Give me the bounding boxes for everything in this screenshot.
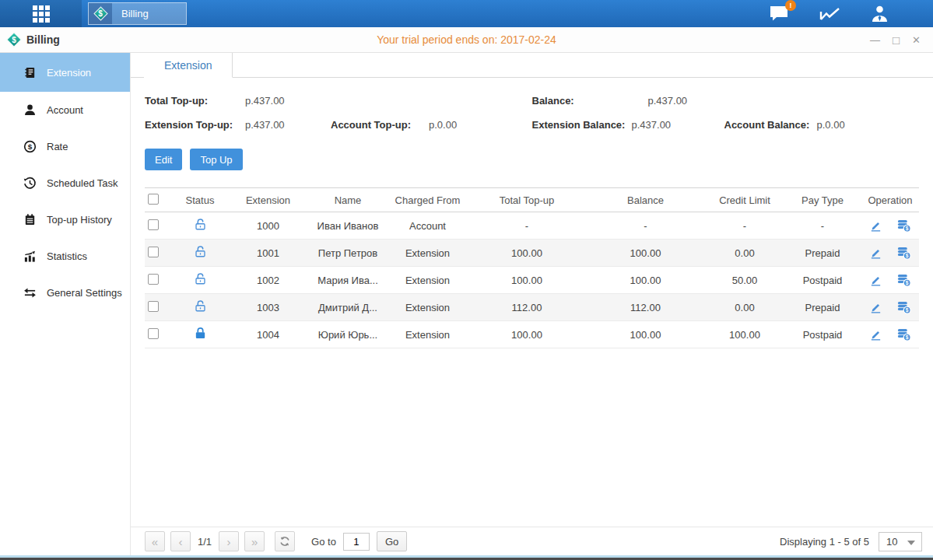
row-checkbox[interactable]	[148, 274, 159, 285]
cell-total-topup: 112.00	[468, 294, 585, 321]
cell-balance: 100.00	[585, 267, 706, 294]
cell-charged-from: Extension	[387, 240, 468, 267]
cell-credit-limit: 50.00	[706, 267, 784, 294]
cell-balance: 100.00	[585, 321, 706, 348]
cell-extension: 1004	[227, 321, 309, 348]
top-up-button[interactable]: Top Up	[190, 149, 242, 170]
sidebar-item-label: Rate	[47, 141, 68, 152]
scheduled-task-icon	[23, 177, 37, 190]
first-page-button[interactable]: «	[145, 531, 165, 551]
sidebar-item-label: Top-up History	[47, 214, 112, 226]
cell-credit-limit: 100.00	[706, 321, 784, 348]
pagination-bar: « ‹ 1/1 › » Go to Go Displaying 1 - 5 of…	[131, 527, 933, 555]
refresh-icon	[279, 536, 290, 547]
col-balance: Balance	[585, 188, 706, 212]
table-row: 1004 Юрий Юрь... Extension 100.00 100.00…	[145, 321, 919, 348]
top-up-coins-icon: $	[896, 327, 911, 341]
next-page-button[interactable]: ›	[219, 531, 239, 551]
col-name: Name	[309, 188, 387, 212]
sidebar-item-label: Statistics	[47, 250, 87, 262]
cell-extension: 1002	[227, 267, 309, 294]
edit-button[interactable]: Edit	[145, 149, 182, 170]
cell-pay-type: Postpaid	[784, 321, 861, 348]
window-title: Billing	[26, 33, 60, 46]
prev-page-button[interactable]: ‹	[170, 531, 191, 551]
sidebar-item-general-settings[interactable]: General Settings	[0, 275, 130, 311]
taskbar-item-label: Billing	[112, 8, 186, 19]
page-indicator: 1/1	[198, 536, 212, 548]
minimize-button[interactable]: —	[870, 35, 880, 45]
edit-row-button[interactable]	[869, 274, 882, 287]
balance-value: p.437.00	[648, 95, 688, 107]
close-button[interactable]: ✕	[912, 35, 921, 45]
row-checkbox[interactable]	[148, 247, 159, 257]
edit-row-button[interactable]	[869, 328, 882, 341]
sidebar-item-label: Account	[47, 104, 83, 116]
total-topup-label: Total Top-up:	[145, 95, 245, 107]
cell-name: Петр Петров	[309, 240, 387, 267]
account-topup-value: p.0.00	[429, 119, 457, 131]
goto-page-input[interactable]	[343, 533, 370, 551]
cell-charged-from: Extension	[387, 294, 468, 321]
cell-credit-limit: 0.00	[706, 294, 784, 321]
chevron-down-icon	[907, 541, 915, 545]
select-all-checkbox[interactable]	[148, 194, 159, 205]
svg-text:$: $	[28, 142, 33, 151]
line-chart-icon	[819, 5, 840, 23]
user-menu-button[interactable]	[870, 5, 889, 23]
sidebar-item-scheduled-task[interactable]: Scheduled Task	[0, 165, 130, 201]
top-up-row-button[interactable]: $	[896, 300, 911, 314]
page-size-select[interactable]: 10	[879, 532, 922, 551]
messages-button[interactable]: !	[769, 5, 790, 23]
last-page-button[interactable]: »	[244, 531, 265, 551]
cell-name: Иван Иванов	[309, 212, 387, 240]
sidebar-item-account[interactable]: Account	[0, 92, 130, 128]
statistics-icon	[23, 250, 37, 263]
edit-icon	[869, 274, 882, 287]
balance-label: Balance:	[532, 95, 648, 107]
edit-row-button[interactable]	[869, 219, 882, 233]
edit-row-button[interactable]	[869, 301, 882, 314]
cell-charged-from: Extension	[387, 321, 468, 348]
unlocked-icon	[194, 245, 207, 258]
top-up-row-button[interactable]: $	[896, 246, 911, 260]
reports-button[interactable]	[819, 5, 840, 23]
general-settings-icon	[23, 286, 37, 299]
top-up-row-button[interactable]: $	[896, 273, 911, 287]
cell-extension: 1001	[227, 240, 309, 267]
col-credit-limit: Credit Limit	[706, 188, 784, 212]
top-up-coins-icon: $	[896, 219, 911, 233]
sidebar-item-label: Scheduled Task	[47, 177, 118, 189]
cell-extension: 1000	[227, 212, 309, 240]
locked-icon	[194, 327, 207, 340]
refresh-button[interactable]	[275, 531, 295, 551]
col-extension: Extension	[227, 188, 309, 212]
sidebar-item-rate[interactable]: $ Rate	[0, 128, 130, 165]
svg-text:$: $	[906, 307, 909, 313]
sidebar-item-extension[interactable]: Extension	[0, 53, 130, 92]
tab-extension[interactable]: Extension	[144, 53, 233, 78]
svg-text:$: $	[906, 253, 909, 259]
taskbar-item-billing[interactable]: $ Billing	[88, 2, 187, 25]
row-checkbox[interactable]	[148, 301, 159, 312]
total-topup-value: p.437.00	[245, 95, 285, 107]
unlocked-icon	[194, 272, 207, 285]
edit-icon	[869, 301, 882, 314]
app-launcher-button[interactable]	[0, 0, 82, 27]
row-checkbox[interactable]	[148, 328, 159, 339]
row-checkbox[interactable]	[148, 219, 159, 230]
go-button[interactable]: Go	[377, 531, 407, 551]
edit-row-button[interactable]	[869, 247, 882, 260]
top-up-row-button[interactable]: $	[896, 219, 911, 233]
tab-label: Extension	[164, 59, 212, 72]
sidebar-item-topup-history[interactable]: Top-up History	[0, 201, 130, 238]
extension-topup-label: Extension Top-up:	[145, 119, 245, 131]
cell-name: Дмитрий Д...	[309, 294, 387, 321]
billing-logo-icon: $	[8, 33, 20, 46]
top-up-row-button[interactable]: $	[896, 327, 911, 341]
maximize-button[interactable]: □	[893, 34, 900, 46]
col-pay-type: Pay Type	[784, 188, 861, 212]
cell-name: Мария Ива...	[309, 267, 387, 294]
sidebar-item-statistics[interactable]: Statistics	[0, 238, 130, 275]
cell-total-topup: 100.00	[468, 267, 585, 294]
